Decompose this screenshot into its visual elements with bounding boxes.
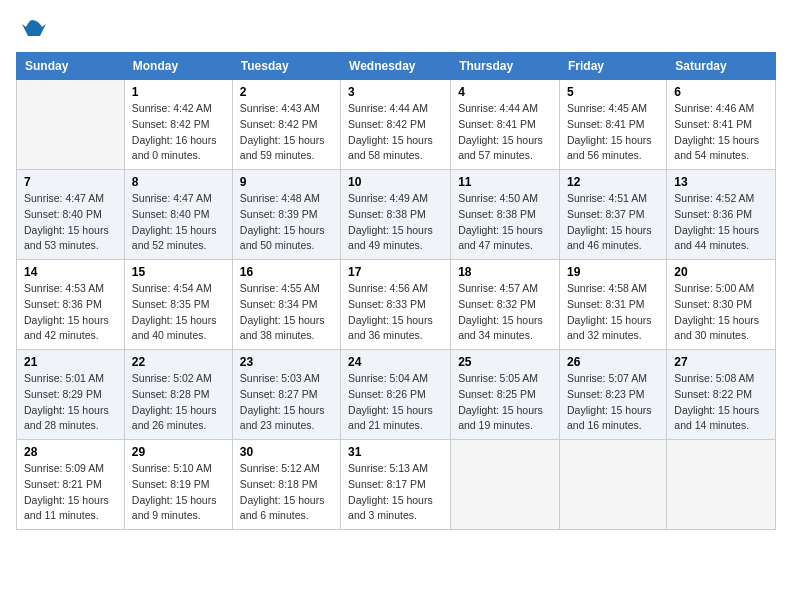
- day-number: 15: [132, 265, 225, 279]
- day-number: 12: [567, 175, 659, 189]
- day-number: 8: [132, 175, 225, 189]
- day-info: Sunrise: 5:12 AMSunset: 8:18 PMDaylight:…: [240, 461, 333, 524]
- calendar-cell: 5Sunrise: 4:45 AMSunset: 8:41 PMDaylight…: [559, 80, 666, 170]
- day-info: Sunrise: 5:13 AMSunset: 8:17 PMDaylight:…: [348, 461, 443, 524]
- logo: [16, 16, 46, 44]
- day-header-monday: Monday: [124, 53, 232, 80]
- day-info: Sunrise: 5:10 AMSunset: 8:19 PMDaylight:…: [132, 461, 225, 524]
- day-info: Sunrise: 5:05 AMSunset: 8:25 PMDaylight:…: [458, 371, 552, 434]
- calendar-cell: 23Sunrise: 5:03 AMSunset: 8:27 PMDayligh…: [232, 350, 340, 440]
- day-number: 23: [240, 355, 333, 369]
- calendar-cell: 20Sunrise: 5:00 AMSunset: 8:30 PMDayligh…: [667, 260, 776, 350]
- calendar-cell: 11Sunrise: 4:50 AMSunset: 8:38 PMDayligh…: [451, 170, 560, 260]
- calendar-cell: 21Sunrise: 5:01 AMSunset: 8:29 PMDayligh…: [17, 350, 125, 440]
- day-number: 26: [567, 355, 659, 369]
- day-info: Sunrise: 4:45 AMSunset: 8:41 PMDaylight:…: [567, 101, 659, 164]
- day-info: Sunrise: 5:01 AMSunset: 8:29 PMDaylight:…: [24, 371, 117, 434]
- day-number: 24: [348, 355, 443, 369]
- day-number: 27: [674, 355, 768, 369]
- calendar-cell: 22Sunrise: 5:02 AMSunset: 8:28 PMDayligh…: [124, 350, 232, 440]
- day-info: Sunrise: 4:49 AMSunset: 8:38 PMDaylight:…: [348, 191, 443, 254]
- calendar-cell: 27Sunrise: 5:08 AMSunset: 8:22 PMDayligh…: [667, 350, 776, 440]
- calendar-header-row: SundayMondayTuesdayWednesdayThursdayFrid…: [17, 53, 776, 80]
- calendar-cell: 24Sunrise: 5:04 AMSunset: 8:26 PMDayligh…: [341, 350, 451, 440]
- calendar-cell: 31Sunrise: 5:13 AMSunset: 8:17 PMDayligh…: [341, 440, 451, 530]
- day-info: Sunrise: 4:44 AMSunset: 8:41 PMDaylight:…: [458, 101, 552, 164]
- day-info: Sunrise: 5:09 AMSunset: 8:21 PMDaylight:…: [24, 461, 117, 524]
- day-number: 28: [24, 445, 117, 459]
- day-info: Sunrise: 4:48 AMSunset: 8:39 PMDaylight:…: [240, 191, 333, 254]
- calendar-cell: 28Sunrise: 5:09 AMSunset: 8:21 PMDayligh…: [17, 440, 125, 530]
- day-info: Sunrise: 5:02 AMSunset: 8:28 PMDaylight:…: [132, 371, 225, 434]
- calendar-cell: 3Sunrise: 4:44 AMSunset: 8:42 PMDaylight…: [341, 80, 451, 170]
- calendar-cell: 26Sunrise: 5:07 AMSunset: 8:23 PMDayligh…: [559, 350, 666, 440]
- calendar-cell: [559, 440, 666, 530]
- calendar-cell: [451, 440, 560, 530]
- calendar-cell: 18Sunrise: 4:57 AMSunset: 8:32 PMDayligh…: [451, 260, 560, 350]
- day-number: 30: [240, 445, 333, 459]
- day-number: 22: [132, 355, 225, 369]
- day-number: 10: [348, 175, 443, 189]
- calendar-cell: 2Sunrise: 4:43 AMSunset: 8:42 PMDaylight…: [232, 80, 340, 170]
- calendar-week-4: 21Sunrise: 5:01 AMSunset: 8:29 PMDayligh…: [17, 350, 776, 440]
- calendar-table: SundayMondayTuesdayWednesdayThursdayFrid…: [16, 52, 776, 530]
- day-number: 20: [674, 265, 768, 279]
- day-number: 4: [458, 85, 552, 99]
- day-info: Sunrise: 4:56 AMSunset: 8:33 PMDaylight:…: [348, 281, 443, 344]
- day-info: Sunrise: 4:55 AMSunset: 8:34 PMDaylight:…: [240, 281, 333, 344]
- day-info: Sunrise: 4:52 AMSunset: 8:36 PMDaylight:…: [674, 191, 768, 254]
- calendar-cell: 10Sunrise: 4:49 AMSunset: 8:38 PMDayligh…: [341, 170, 451, 260]
- day-number: 2: [240, 85, 333, 99]
- calendar-cell: 12Sunrise: 4:51 AMSunset: 8:37 PMDayligh…: [559, 170, 666, 260]
- calendar-cell: 19Sunrise: 4:58 AMSunset: 8:31 PMDayligh…: [559, 260, 666, 350]
- calendar-week-5: 28Sunrise: 5:09 AMSunset: 8:21 PMDayligh…: [17, 440, 776, 530]
- logo-icon: [18, 16, 46, 44]
- calendar-cell: 25Sunrise: 5:05 AMSunset: 8:25 PMDayligh…: [451, 350, 560, 440]
- calendar-week-2: 7Sunrise: 4:47 AMSunset: 8:40 PMDaylight…: [17, 170, 776, 260]
- day-number: 25: [458, 355, 552, 369]
- calendar-cell: 17Sunrise: 4:56 AMSunset: 8:33 PMDayligh…: [341, 260, 451, 350]
- day-number: 18: [458, 265, 552, 279]
- day-number: 19: [567, 265, 659, 279]
- day-header-tuesday: Tuesday: [232, 53, 340, 80]
- day-info: Sunrise: 4:43 AMSunset: 8:42 PMDaylight:…: [240, 101, 333, 164]
- calendar-week-3: 14Sunrise: 4:53 AMSunset: 8:36 PMDayligh…: [17, 260, 776, 350]
- day-info: Sunrise: 4:44 AMSunset: 8:42 PMDaylight:…: [348, 101, 443, 164]
- day-number: 9: [240, 175, 333, 189]
- calendar-cell: 6Sunrise: 4:46 AMSunset: 8:41 PMDaylight…: [667, 80, 776, 170]
- day-info: Sunrise: 4:47 AMSunset: 8:40 PMDaylight:…: [132, 191, 225, 254]
- day-header-saturday: Saturday: [667, 53, 776, 80]
- day-number: 17: [348, 265, 443, 279]
- calendar-cell: 16Sunrise: 4:55 AMSunset: 8:34 PMDayligh…: [232, 260, 340, 350]
- day-header-friday: Friday: [559, 53, 666, 80]
- day-number: 13: [674, 175, 768, 189]
- calendar-cell: [667, 440, 776, 530]
- day-info: Sunrise: 4:58 AMSunset: 8:31 PMDaylight:…: [567, 281, 659, 344]
- day-header-sunday: Sunday: [17, 53, 125, 80]
- day-info: Sunrise: 4:53 AMSunset: 8:36 PMDaylight:…: [24, 281, 117, 344]
- day-number: 3: [348, 85, 443, 99]
- day-info: Sunrise: 4:51 AMSunset: 8:37 PMDaylight:…: [567, 191, 659, 254]
- day-number: 21: [24, 355, 117, 369]
- day-number: 5: [567, 85, 659, 99]
- day-header-thursday: Thursday: [451, 53, 560, 80]
- page-header: [16, 16, 776, 44]
- day-number: 6: [674, 85, 768, 99]
- day-number: 16: [240, 265, 333, 279]
- calendar-cell: 7Sunrise: 4:47 AMSunset: 8:40 PMDaylight…: [17, 170, 125, 260]
- calendar-cell: [17, 80, 125, 170]
- calendar-cell: 29Sunrise: 5:10 AMSunset: 8:19 PMDayligh…: [124, 440, 232, 530]
- calendar-cell: 1Sunrise: 4:42 AMSunset: 8:42 PMDaylight…: [124, 80, 232, 170]
- day-number: 7: [24, 175, 117, 189]
- day-info: Sunrise: 4:50 AMSunset: 8:38 PMDaylight:…: [458, 191, 552, 254]
- calendar-cell: 15Sunrise: 4:54 AMSunset: 8:35 PMDayligh…: [124, 260, 232, 350]
- calendar-cell: 13Sunrise: 4:52 AMSunset: 8:36 PMDayligh…: [667, 170, 776, 260]
- day-number: 29: [132, 445, 225, 459]
- calendar-cell: 30Sunrise: 5:12 AMSunset: 8:18 PMDayligh…: [232, 440, 340, 530]
- day-info: Sunrise: 5:03 AMSunset: 8:27 PMDaylight:…: [240, 371, 333, 434]
- day-number: 14: [24, 265, 117, 279]
- day-info: Sunrise: 4:46 AMSunset: 8:41 PMDaylight:…: [674, 101, 768, 164]
- day-info: Sunrise: 5:00 AMSunset: 8:30 PMDaylight:…: [674, 281, 768, 344]
- calendar-cell: 9Sunrise: 4:48 AMSunset: 8:39 PMDaylight…: [232, 170, 340, 260]
- day-info: Sunrise: 4:54 AMSunset: 8:35 PMDaylight:…: [132, 281, 225, 344]
